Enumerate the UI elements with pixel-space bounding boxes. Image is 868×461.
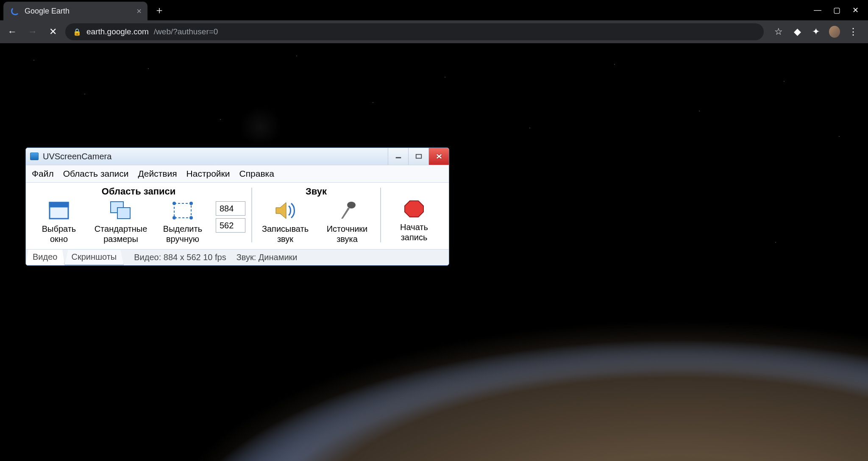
new-tab-button[interactable]: ＋ xyxy=(147,3,171,17)
lock-icon: 🔒 xyxy=(73,28,81,36)
extensions-puzzle-icon[interactable]: ✦ xyxy=(810,26,821,37)
page-content-earth[interactable]: UVScreenCamera Файл Область записи Дейст… xyxy=(0,43,868,461)
window-icon xyxy=(47,200,71,222)
window-close-icon[interactable]: ✕ xyxy=(852,6,859,15)
uv-start-record-label: Начатьзапись xyxy=(400,222,428,242)
selection-rect-icon xyxy=(171,200,195,222)
speaker-icon xyxy=(273,200,297,222)
browser-chrome: Google Earth × ＋ ― ▢ ✕ ← → ✕ 🔒 earth.goo… xyxy=(0,0,868,43)
uv-select-manual-label: Выделитьвручную xyxy=(163,224,202,244)
loading-spinner-icon xyxy=(11,7,19,15)
uv-tab-video[interactable]: Видео xyxy=(26,250,64,265)
toolbar-icons: ☆ ◆ ✦ ⋮ xyxy=(768,26,864,37)
tab-bar: Google Earth × ＋ ― ▢ ✕ xyxy=(0,0,868,20)
uv-standard-sizes-button[interactable]: Стандартныеразмеры xyxy=(94,200,148,244)
uv-menubar: Файл Область записи Действия Настройки С… xyxy=(26,165,449,183)
svg-point-9 xyxy=(172,216,176,219)
uv-close-button[interactable] xyxy=(428,148,449,165)
svg-point-10 xyxy=(189,216,193,219)
uv-group-record: Начатьзапись xyxy=(387,186,441,242)
brave-shield-icon[interactable]: ◆ xyxy=(792,26,803,37)
record-stop-icon xyxy=(402,198,426,220)
uv-dimension-inputs xyxy=(216,201,245,233)
url-path: /web/?authuser=0 xyxy=(154,27,218,36)
uv-sound-sources-button[interactable]: Источникизвука xyxy=(320,200,374,244)
uv-height-input[interactable] xyxy=(216,218,245,233)
url-host: earth.google.com xyxy=(86,27,149,36)
uv-status-sound: Звук: Динамики xyxy=(226,253,298,262)
uv-maximize-button[interactable] xyxy=(408,148,428,165)
svg-rect-5 xyxy=(117,208,130,219)
uv-group-sound-header: Звук xyxy=(306,186,327,197)
uv-title-text: UVScreenCamera xyxy=(43,152,388,161)
svg-rect-0 xyxy=(395,157,401,158)
uv-app-icon xyxy=(30,153,39,160)
uv-menu-help[interactable]: Справка xyxy=(239,169,274,179)
svg-point-8 xyxy=(189,202,193,205)
uv-select-window-button[interactable]: Выбратьокно xyxy=(32,200,86,244)
uv-standard-sizes-label: Стандартныеразмеры xyxy=(95,224,147,244)
uv-separator xyxy=(251,188,252,242)
window-controls: ― ▢ ✕ xyxy=(814,6,868,15)
bookmark-star-icon[interactable]: ☆ xyxy=(773,26,784,37)
uv-tab-screenshots[interactable]: Скриншоты xyxy=(64,250,124,265)
uv-group-area-header: Область записи xyxy=(102,186,175,197)
uv-status-video: Видео: 884 x 562 10 fps xyxy=(124,253,226,262)
uv-statusbar: Видео Скриншоты Видео: 884 x 562 10 fps … xyxy=(26,249,449,265)
uv-group-area: Область записи Выбратьокно С xyxy=(32,186,245,244)
uv-width-input[interactable] xyxy=(216,201,245,216)
stop-reload-button[interactable]: ✕ xyxy=(45,24,61,40)
kebab-menu-icon[interactable]: ⋮ xyxy=(848,26,859,37)
uv-sound-sources-label: Источникизвука xyxy=(327,224,368,244)
svg-rect-3 xyxy=(50,203,68,207)
uv-minimize-button[interactable] xyxy=(388,148,408,165)
svg-point-11 xyxy=(347,202,356,208)
standard-sizes-icon xyxy=(109,200,133,222)
svg-marker-12 xyxy=(405,201,423,217)
tab-close-icon[interactable]: × xyxy=(136,6,142,16)
uv-menu-area[interactable]: Область записи xyxy=(63,169,129,179)
microphone-icon xyxy=(335,200,359,222)
profile-avatar[interactable] xyxy=(829,26,840,37)
svg-point-7 xyxy=(172,202,176,205)
uv-menu-settings[interactable]: Настройки xyxy=(186,169,230,179)
uv-start-record-button[interactable]: Начатьзапись xyxy=(387,198,441,242)
uv-record-sound-label: Записыватьзвук xyxy=(262,224,309,244)
uv-group-sound: Звук Записыватьзвук xyxy=(258,186,374,244)
uv-toolbar: Область записи Выбратьокно С xyxy=(26,183,449,249)
uv-select-manual-button[interactable]: Выделитьвручную xyxy=(156,200,210,244)
uv-menu-actions[interactable]: Действия xyxy=(138,169,177,179)
window-maximize-icon[interactable]: ▢ xyxy=(833,6,840,15)
uv-select-window-label: Выбратьокно xyxy=(42,224,76,244)
uvscreencamera-window[interactable]: UVScreenCamera Файл Область записи Дейст… xyxy=(25,147,449,266)
svg-rect-1 xyxy=(416,155,421,158)
window-minimize-icon[interactable]: ― xyxy=(814,6,821,15)
omnibox[interactable]: 🔒 earth.google.com/web/?authuser=0 xyxy=(65,23,764,40)
forward-button[interactable]: → xyxy=(25,24,41,40)
uv-titlebar[interactable]: UVScreenCamera xyxy=(26,148,449,165)
uv-menu-file[interactable]: Файл xyxy=(32,169,54,179)
svg-rect-6 xyxy=(174,203,191,218)
tab-title: Google Earth xyxy=(25,7,131,16)
uv-record-sound-button[interactable]: Записыватьзвук xyxy=(258,200,312,244)
address-bar: ← → ✕ 🔒 earth.google.com/web/?authuser=0… xyxy=(0,20,868,43)
uv-separator xyxy=(380,188,381,242)
back-button[interactable]: ← xyxy=(4,24,20,40)
browser-tab[interactable]: Google Earth × xyxy=(3,2,147,20)
